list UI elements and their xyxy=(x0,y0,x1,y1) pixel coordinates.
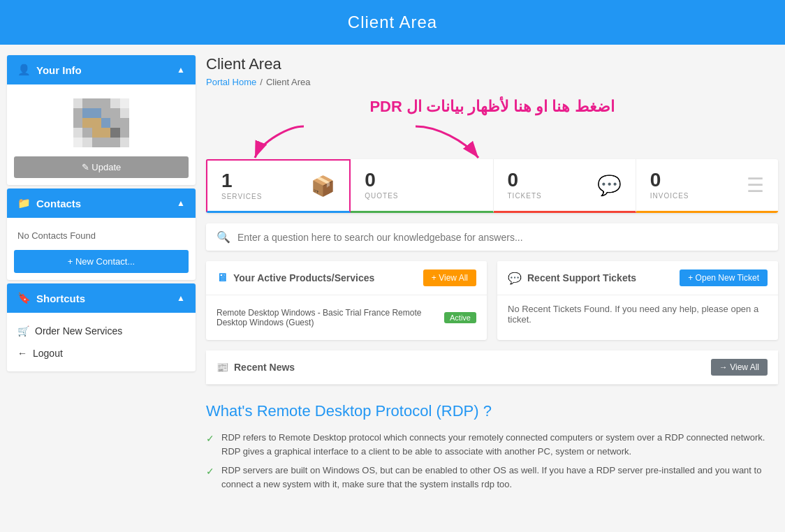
rdp-section: What's Remote Desktop Protocol (RDP) ? ✓… xyxy=(206,395,778,503)
shortcuts-header: 🔖 Shortcuts ▲ xyxy=(7,283,196,313)
invoices-icon: ☰ xyxy=(747,174,764,197)
service-status-badge: Active xyxy=(444,312,476,323)
avatar xyxy=(73,98,129,147)
bookmark-icon: 🔖 xyxy=(17,292,31,304)
annotation-area: اضغط هنا او هنا لأظهار بيانات ال RDP xyxy=(206,98,778,158)
annotation-text: اضغط هنا او هنا لأظهار بيانات ال RDP xyxy=(369,98,614,115)
logout-label: Logout xyxy=(33,348,63,359)
order-services-shortcut[interactable]: 🛒 Order New Services xyxy=(14,320,189,342)
rdp-item-2-text: RDP servers are built on Windows OS, but… xyxy=(221,464,778,491)
shortcuts-chevron-icon: ▲ xyxy=(177,293,185,303)
tickets-label: TICKETS xyxy=(508,192,542,200)
quotes-label: QUOTES xyxy=(365,192,398,200)
recent-news-panel: 📰 Recent News → View All xyxy=(206,350,778,385)
header-title: Client Area xyxy=(348,13,437,31)
user-icon: 👤 xyxy=(17,64,31,76)
search-input[interactable] xyxy=(237,232,768,243)
logout-shortcut[interactable]: ← Logout xyxy=(14,342,189,364)
avatar-area xyxy=(14,91,189,151)
check-icon-2: ✓ xyxy=(206,464,214,479)
tickets-panel-title: Recent Support Tickets xyxy=(527,272,636,283)
your-info-section: 👤 Your Info ▲ xyxy=(7,55,196,185)
rdp-item-1-text: RDP refers to Remote Desktop protocol wh… xyxy=(221,431,778,458)
tickets-panel: 💬 Recent Support Tickets + Open New Tick… xyxy=(497,261,778,340)
your-info-label: Your Info xyxy=(36,64,82,76)
your-info-header: 👤 Your Info ▲ xyxy=(7,55,196,84)
contacts-chevron-icon: ▲ xyxy=(177,198,185,208)
cart-icon: 🛒 xyxy=(17,325,29,337)
rdp-item-2: ✓ RDP servers are built on Windows OS, b… xyxy=(206,464,778,491)
services-panel-body: Remote Desktop Windows - Basic Trial Fra… xyxy=(206,295,487,340)
sidebar: 👤 Your Info ▲ xyxy=(7,55,196,375)
breadcrumb-home[interactable]: Portal Home xyxy=(206,77,256,87)
services-panel-title: Your Active Products/Services xyxy=(233,272,374,283)
stat-tickets[interactable]: 0 TICKETS 💬 xyxy=(494,159,636,213)
shortcuts-body: 🛒 Order New Services ← Logout xyxy=(7,313,196,371)
your-info-body: ✎ Update xyxy=(7,84,196,185)
breadcrumb-current: Client Area xyxy=(266,77,311,87)
new-contact-button[interactable]: + New Contact... xyxy=(14,250,189,273)
page-title: Client Area xyxy=(206,55,778,73)
contacts-section: 📁 Contacts ▲ No Contacts Found + New Con… xyxy=(7,189,196,280)
invoices-count: 0 xyxy=(650,170,689,190)
no-contacts-text: No Contacts Found xyxy=(14,225,189,246)
search-bar: 🔍 xyxy=(206,223,778,251)
services-panel-icon: 🖥 xyxy=(217,272,228,284)
page-header: Client Area xyxy=(0,0,785,45)
services-panel-header: 🖥 Your Active Products/Services + View A… xyxy=(206,261,487,295)
services-icon: 📦 xyxy=(311,175,335,198)
stat-services[interactable]: 1 SERVICES 📦 xyxy=(206,159,351,213)
contacts-body: No Contacts Found + New Contact... xyxy=(7,218,196,280)
tickets-icon: 💬 xyxy=(597,174,622,197)
shortcuts-label: Shortcuts xyxy=(36,293,85,304)
news-icon: 📰 xyxy=(217,362,228,373)
stat-invoices[interactable]: 0 INVOICES ☰ xyxy=(636,159,778,213)
check-icon-1: ✓ xyxy=(206,431,214,446)
stat-quotes[interactable]: 0 QUOTES xyxy=(351,159,493,213)
service-name: Remote Desktop Windows - Basic Trial Fra… xyxy=(217,308,444,327)
contacts-header: 📁 Contacts ▲ xyxy=(7,189,196,218)
services-panel: 🖥 Your Active Products/Services + View A… xyxy=(206,261,487,340)
open-ticket-button[interactable]: + Open New Ticket xyxy=(680,269,768,286)
update-button[interactable]: ✎ Update xyxy=(14,156,189,178)
view-all-services-button[interactable]: + View All xyxy=(423,269,476,286)
chevron-up-icon: ▲ xyxy=(177,65,185,75)
tickets-panel-body: No Recent Tickets Found. If you need any… xyxy=(497,295,778,333)
services-label: SERVICES xyxy=(221,193,262,200)
logout-icon: ← xyxy=(17,348,27,359)
news-panel-title: Recent News xyxy=(234,362,295,373)
breadcrumb-separator: / xyxy=(260,77,263,87)
order-services-label: Order New Services xyxy=(35,325,122,337)
rdp-item-1: ✓ RDP refers to Remote Desktop protocol … xyxy=(206,431,778,458)
tickets-panel-icon: 💬 xyxy=(508,272,522,285)
folder-icon: 📁 xyxy=(17,197,31,209)
main-content: Client Area Portal Home / Client Area اض… xyxy=(206,55,778,503)
news-panel-header: 📰 Recent News → View All xyxy=(206,350,778,385)
arrows-svg xyxy=(248,119,527,158)
tickets-count: 0 xyxy=(508,170,542,190)
services-count: 1 xyxy=(221,171,262,191)
rdp-title: What's Remote Desktop Protocol (RDP) ? xyxy=(206,402,778,420)
no-tickets-text: No Recent Tickets Found. If you need any… xyxy=(508,304,768,325)
shortcuts-section: 🔖 Shortcuts ▲ 🛒 Order New Services ← Log… xyxy=(7,283,196,371)
quotes-count: 0 xyxy=(365,170,398,190)
rdp-annotation: اضغط هنا او هنا لأظهار بيانات ال RDP xyxy=(206,98,778,116)
contacts-label: Contacts xyxy=(36,198,81,209)
service-item[interactable]: Remote Desktop Windows - Basic Trial Fra… xyxy=(217,304,476,332)
rdp-list: ✓ RDP refers to Remote Desktop protocol … xyxy=(206,431,778,491)
search-icon: 🔍 xyxy=(217,230,230,244)
invoices-label: INVOICES xyxy=(650,192,689,200)
tickets-panel-header: 💬 Recent Support Tickets + Open New Tick… xyxy=(497,261,778,295)
view-all-news-button[interactable]: → View All xyxy=(711,359,768,376)
stats-row: 1 SERVICES 📦 0 QUOTES 0 TICKETS 💬 xyxy=(206,159,778,213)
panels-row: 🖥 Your Active Products/Services + View A… xyxy=(206,261,778,340)
breadcrumb: Portal Home / Client Area xyxy=(206,77,778,87)
